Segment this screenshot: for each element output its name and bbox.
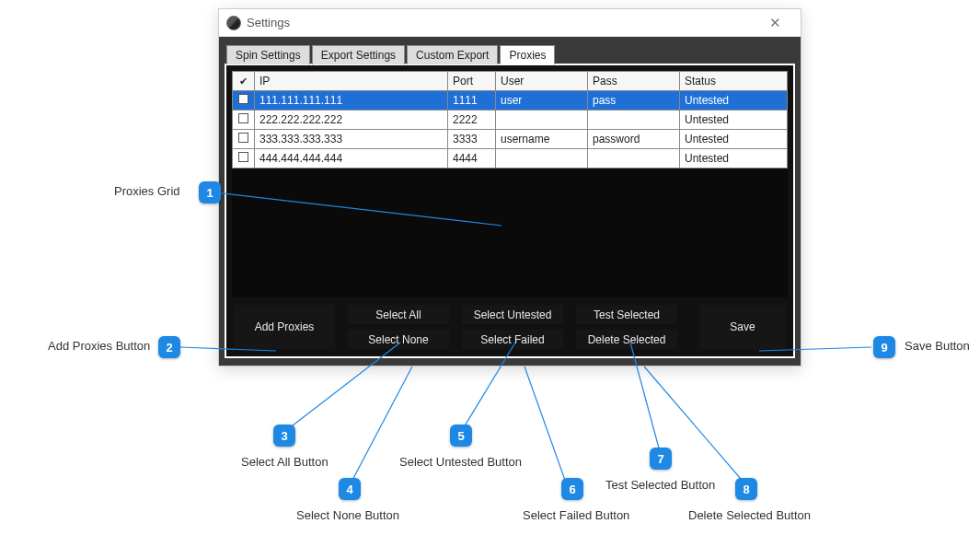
- select-none-button[interactable]: Select None: [348, 330, 449, 349]
- cell-ip: 111.111.111.111: [255, 91, 448, 110]
- callout-label-4: Select None Button: [296, 508, 399, 522]
- cell-status: Untested: [680, 149, 788, 169]
- callout-label-6: Select Failed Button: [523, 508, 629, 522]
- button-label: Add Proxies: [255, 320, 315, 333]
- button-label: Select All: [375, 308, 421, 321]
- proxies-grid[interactable]: ✔ IP Port User Pass Status 111.111.111.1…: [232, 71, 788, 297]
- callout-bubble-6: 6: [561, 478, 583, 500]
- button-row: Add Proxies Select All Select None Selec…: [232, 297, 788, 351]
- cell-pass: [588, 110, 680, 130]
- select-all-button[interactable]: Select All: [348, 305, 449, 324]
- tab-label: Custom Export: [416, 49, 489, 62]
- close-icon: ✕: [769, 15, 781, 31]
- callout-label-2: Add Proxies Button: [48, 339, 150, 353]
- button-label: Test Selected: [594, 308, 660, 321]
- close-button[interactable]: ✕: [756, 10, 793, 36]
- test-selected-button[interactable]: Test Selected: [576, 305, 677, 324]
- tab-export-settings[interactable]: Export Settings: [312, 45, 405, 64]
- row-checkbox[interactable]: [238, 133, 248, 143]
- callout-label-3: Select All Button: [241, 455, 329, 469]
- row-checkbox[interactable]: [238, 152, 248, 162]
- callout-label-7: Test Selected Button: [605, 478, 715, 492]
- save-button[interactable]: Save: [699, 305, 786, 349]
- tabs: Spin Settings Export Settings Custom Exp…: [225, 42, 795, 64]
- client-area: Spin Settings Export Settings Custom Exp…: [219, 37, 801, 366]
- add-proxies-button[interactable]: Add Proxies: [234, 305, 335, 349]
- callout-bubble-9: 9: [873, 336, 895, 358]
- callout-bubble-1: 1: [199, 181, 221, 204]
- button-label: Select Untested: [474, 308, 552, 321]
- delete-selected-button[interactable]: Delete Selected: [576, 330, 677, 349]
- tab-proxies[interactable]: Proxies: [500, 45, 555, 64]
- grid-empty-area: [232, 169, 788, 297]
- cell-port: 1111: [448, 91, 496, 110]
- select-untested-button[interactable]: Select Untested: [462, 305, 563, 324]
- tab-custom-export[interactable]: Custom Export: [407, 45, 498, 64]
- settings-window: Settings ✕ Spin Settings Export Settings…: [218, 8, 801, 366]
- cell-ip: 444.444.444.444: [255, 149, 448, 169]
- header-user[interactable]: User: [496, 72, 588, 91]
- check-icon: ✔: [239, 76, 248, 87]
- cell-status: Untested: [680, 110, 788, 130]
- row-checkbox[interactable]: [238, 113, 248, 123]
- callout-bubble-3: 3: [273, 425, 295, 447]
- cell-port: 4444: [448, 149, 496, 169]
- cell-pass: [588, 149, 680, 169]
- table-row[interactable]: 222.222.222.222 2222 Untested: [233, 110, 788, 130]
- callout-bubble-4: 4: [339, 478, 361, 500]
- callout-bubble-8: 8: [735, 478, 757, 500]
- header-status[interactable]: Status: [680, 72, 788, 91]
- callout-label-8: Delete Selected Button: [688, 508, 811, 522]
- header-ip[interactable]: IP: [255, 72, 448, 91]
- cell-user: [496, 110, 588, 130]
- table-row[interactable]: 333.333.333.333 3333 username password U…: [233, 130, 788, 149]
- button-label: Save: [730, 320, 755, 333]
- select-failed-button[interactable]: Select Failed: [462, 330, 563, 349]
- svg-line-5: [525, 366, 567, 485]
- button-label: Delete Selected: [588, 333, 666, 346]
- callout-bubble-2: 2: [158, 336, 180, 358]
- cell-pass: password: [588, 130, 680, 149]
- grid-header-row: ✔ IP Port User Pass Status: [233, 72, 788, 91]
- header-port[interactable]: Port: [448, 72, 496, 91]
- cell-user: [496, 149, 588, 169]
- table-row[interactable]: 111.111.111.111 1111 user pass Untested: [233, 91, 788, 110]
- tab-label: Proxies: [509, 49, 546, 62]
- button-label: Select None: [368, 333, 428, 346]
- callout-label-5: Select Untested Button: [399, 455, 522, 469]
- callout-label-9: Save Button: [905, 339, 970, 353]
- tab-label: Export Settings: [321, 49, 396, 62]
- tab-spin-settings[interactable]: Spin Settings: [226, 45, 310, 64]
- titlebar: Settings ✕: [219, 9, 801, 37]
- app-icon: [226, 16, 241, 30]
- callout-bubble-5: 5: [450, 425, 472, 447]
- callout-label-1: Proxies Grid: [114, 184, 180, 198]
- row-checkbox[interactable]: [238, 94, 248, 104]
- tab-content: ✔ IP Port User Pass Status 111.111.111.1…: [225, 64, 795, 358]
- button-label: Select Failed: [480, 333, 544, 346]
- cell-pass: pass: [588, 91, 680, 110]
- table-row[interactable]: 444.444.444.444 4444 Untested: [233, 149, 788, 169]
- cell-status: Untested: [680, 91, 788, 110]
- cell-status: Untested: [680, 130, 788, 149]
- cell-ip: 222.222.222.222: [255, 110, 448, 130]
- tab-label: Spin Settings: [236, 49, 301, 62]
- window-title: Settings: [247, 16, 756, 29]
- cell-port: 3333: [448, 130, 496, 149]
- cell-user: user: [496, 91, 588, 110]
- cell-user: username: [496, 130, 588, 149]
- cell-port: 2222: [448, 110, 496, 130]
- header-pass[interactable]: Pass: [588, 72, 680, 91]
- cell-ip: 333.333.333.333: [255, 130, 448, 149]
- header-check[interactable]: ✔: [233, 72, 255, 91]
- callout-bubble-7: 7: [650, 448, 672, 470]
